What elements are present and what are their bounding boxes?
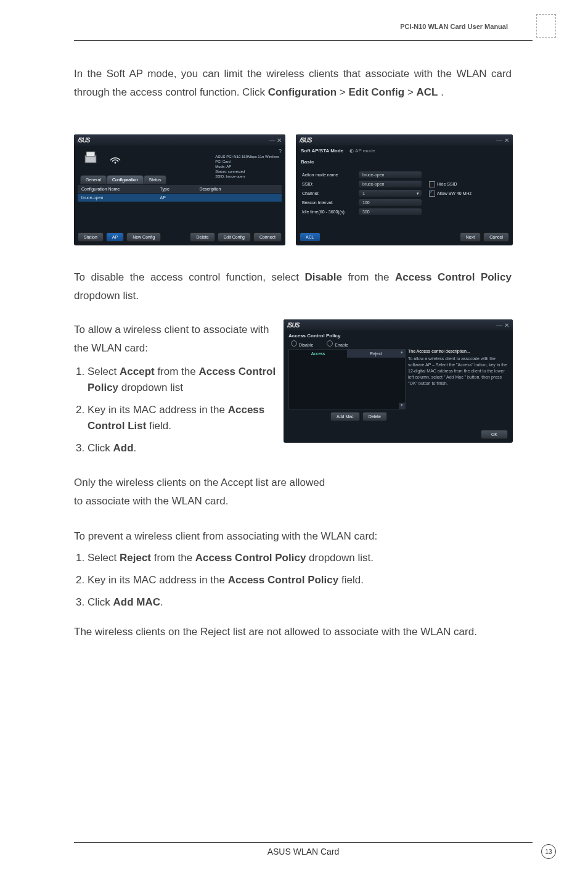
new-config-button[interactable]: New Config <box>126 232 161 242</box>
action-mode-label: Action mode name <box>302 173 359 177</box>
radio-disable[interactable]: Disable <box>291 340 313 347</box>
beacon-label: Beacon Interval: <box>302 200 359 205</box>
allow-steps: Select Accept from the Access Control Po… <box>74 364 285 462</box>
list-item: Key in its MAC address in the Access Con… <box>88 572 519 588</box>
info-line: SSID: bruce-open <box>215 174 279 179</box>
prevent-intro: To prevent a wireless client from associ… <box>74 527 512 546</box>
channel-select[interactable]: 1▾ <box>359 190 422 197</box>
edit-config-button[interactable]: Edit Config <box>218 232 251 242</box>
svg-point-2 <box>115 162 116 164</box>
row-name: bruce-open <box>81 195 160 200</box>
page-number: 13 <box>541 844 556 859</box>
tab-status[interactable]: Status <box>144 175 167 184</box>
wifi-icon <box>108 152 122 165</box>
add-mac-button[interactable]: Add Mac <box>330 412 360 421</box>
mode-value: ◐ AP mode <box>349 148 375 154</box>
asus-logo: /SUS <box>78 137 89 144</box>
asus-logo: /SUS <box>300 137 311 144</box>
info-line: ASUS PCI-N10 150Mbps 11n Wireless <box>215 154 279 159</box>
list-item: Key in its MAC address in the Access Con… <box>88 402 285 434</box>
acl-button[interactable]: ACL <box>300 232 321 242</box>
tab-configuration[interactable]: Configuration <box>107 175 144 184</box>
list-item: Click Add MAC. <box>88 594 519 610</box>
disable-bold: Disable <box>304 271 341 283</box>
prevent-steps: Select Reject from the Access Control Po… <box>74 550 519 617</box>
table-row[interactable]: bruce-open AP <box>78 194 282 202</box>
window-titlebar: /SUS — ✕ <box>284 319 513 331</box>
channel-label: Channel: <box>302 191 359 195</box>
text: To disable the access control function, … <box>74 271 304 283</box>
list-item: Select Accept from the Access Control Po… <box>88 364 285 396</box>
tab-access[interactable]: Access <box>289 350 347 358</box>
reject-note: The wireless clients on the Reject list … <box>74 623 512 641</box>
scroll-up-icon[interactable]: ▴ <box>399 350 405 356</box>
delete-button[interactable]: Delete <box>190 232 214 242</box>
menu-edit-config: Edit Config <box>348 86 404 98</box>
page-header-rule: PCI-N10 WLAN Card User Manual <box>74 28 533 41</box>
allow-intro: To allow a wireless client to associate … <box>74 321 271 358</box>
text: > <box>340 86 349 98</box>
asus-logo: /SUS <box>287 322 299 329</box>
hide-ssid-label: Hide SSID <box>437 182 457 186</box>
info-line: PCI Card <box>215 159 279 164</box>
doc-title: PCI-N10 WLAN Card User Manual <box>400 23 508 30</box>
intro-paragraph: In the Soft AP mode, you can limit the w… <box>74 65 512 102</box>
tab-general[interactable]: General <box>80 175 107 184</box>
list-item: Click Add. <box>88 440 285 456</box>
col-config-name: Configuration Name <box>81 187 160 191</box>
mode-label: Soft AP/STA Mode <box>301 148 343 154</box>
allow-bw40-label: Allow BW 40 MHz <box>437 191 472 195</box>
idle-time-input[interactable]: 300 <box>359 208 422 215</box>
connect-button[interactable]: Connect <box>253 232 282 242</box>
ap-button[interactable]: AP <box>106 232 124 242</box>
window-titlebar: /SUS — ✕ <box>74 134 285 146</box>
section-basic: Basic <box>301 159 314 165</box>
info-line: Mode: AP <box>215 164 279 169</box>
screenshot-basic-settings: /SUS — ✕ Soft AP/STA Mode ◐ AP mode Basi… <box>296 134 513 245</box>
col-description: Description <box>199 187 278 191</box>
acp-bold: Access Control Policy <box>395 271 512 283</box>
window-controls[interactable]: — ✕ <box>269 137 282 144</box>
hide-ssid-checkbox[interactable] <box>429 181 435 187</box>
description-body: To allow a wireless client to associate … <box>408 356 508 387</box>
screenshot-access-control: /SUS — ✕ Access Control Policy Disable E… <box>284 319 513 443</box>
mac-list-area: Access Reject ▴ ▾ <box>288 349 406 409</box>
allow-bw40-checkbox[interactable] <box>429 191 435 197</box>
idle-time-label: Idle time(60 - 3600)(s): <box>302 210 359 214</box>
card-icon <box>84 150 100 165</box>
help-icon[interactable]: ? <box>279 148 282 154</box>
next-button[interactable]: Next <box>460 232 481 242</box>
description-panel: The Access control description... To all… <box>408 349 508 387</box>
cancel-button[interactable]: Cancel <box>483 232 509 242</box>
station-button[interactable]: Station <box>78 232 104 242</box>
svg-rect-1 <box>86 152 95 157</box>
ssid-label: SSID: <box>302 182 359 186</box>
menu-acl: ACL <box>417 86 438 98</box>
scroll-down-icon[interactable]: ▾ <box>399 403 405 409</box>
window-controls[interactable]: — ✕ <box>496 137 509 144</box>
acp-heading: Access Control Policy <box>288 333 340 339</box>
menu-configuration: Configuration <box>268 86 337 98</box>
text: from the <box>348 271 395 283</box>
ssid-input[interactable]: bruce-open <box>359 181 422 187</box>
list-item: Select Reject from the Access Control Po… <box>88 550 519 566</box>
chevron-down-icon: ▾ <box>417 191 419 196</box>
beacon-input[interactable]: 100 <box>359 199 422 206</box>
page-footer-rule: ASUS WLAN Card 13 <box>74 842 533 855</box>
window-titlebar: /SUS — ✕ <box>296 134 513 146</box>
accept-note: Only the wireless clients on the Accept … <box>74 474 333 511</box>
text: . <box>441 86 444 98</box>
screenshot-config-list: /SUS — ✕ ? ASUS PCI-N10 150Mbps 11n Wire… <box>74 134 285 245</box>
delete-button[interactable]: Delete <box>362 412 387 421</box>
radio-enable[interactable]: Enable <box>327 340 348 347</box>
row-desc <box>199 195 278 200</box>
ok-button[interactable]: OK <box>481 430 508 439</box>
info-line: Status: connected <box>215 169 279 174</box>
disable-paragraph: To disable the access control function, … <box>74 268 512 305</box>
window-controls[interactable]: — ✕ <box>496 322 509 329</box>
row-type: AP <box>160 195 200 200</box>
tab-reject[interactable]: Reject <box>347 350 405 358</box>
action-mode-input[interactable]: bruce-open <box>359 171 422 178</box>
pci-card-icon <box>536 14 556 38</box>
text: > <box>407 86 417 98</box>
